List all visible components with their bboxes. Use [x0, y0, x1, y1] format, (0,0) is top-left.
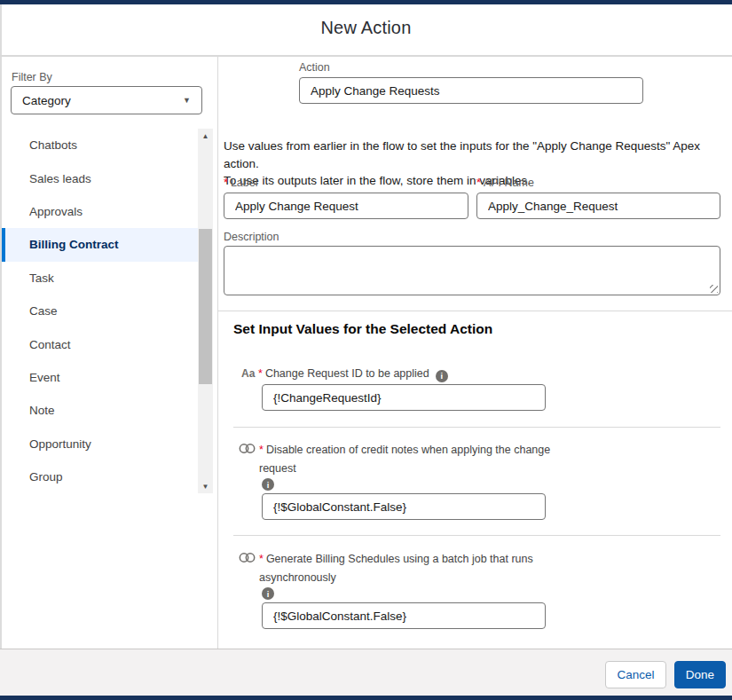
sidebar-item-contact[interactable]: Contact — [2, 327, 198, 360]
sidebar-content-divider — [217, 57, 218, 649]
param-1-input[interactable] — [262, 384, 546, 411]
required-asterisk: * — [259, 553, 264, 565]
scrollbar-thumb[interactable] — [199, 229, 212, 384]
section-title: Set Input Values for the Selected Action — [233, 321, 492, 337]
description-textarea[interactable] — [224, 246, 720, 295]
api-name-field-label: *API Name — [476, 177, 534, 189]
required-asterisk: * — [224, 177, 228, 189]
param-1-label: *Change Request ID to be appliedi — [258, 367, 595, 382]
param-divider — [233, 427, 720, 428]
category-list: Chatbots Sales leads Approvals Billing C… — [2, 129, 198, 493]
chevron-down-icon: ▼ — [183, 96, 191, 105]
sidebar-item-approvals[interactable]: Approvals — [2, 195, 198, 228]
required-asterisk: * — [476, 177, 481, 189]
intro-text: Use values from earlier in the flow to s… — [224, 138, 726, 190]
info-icon[interactable]: i — [436, 370, 448, 382]
text-type-icon: Aa — [241, 367, 255, 380]
param-divider — [233, 535, 720, 536]
label-field-label: *Label — [224, 177, 257, 189]
sidebar-item-billing-contract[interactable]: Billing Contract — [2, 228, 198, 261]
required-asterisk: * — [259, 444, 264, 456]
category-filter-value: Category — [22, 94, 71, 107]
label-input[interactable] — [224, 193, 468, 219]
action-input[interactable] — [299, 77, 643, 104]
sidebar-item-case[interactable]: Case — [2, 295, 198, 327]
filter-by-label: Filter By — [12, 71, 52, 83]
header-divider — [0, 55, 732, 57]
sidebar-item-event[interactable]: Event — [2, 361, 198, 394]
section-divider — [217, 311, 732, 311]
action-label: Action — [299, 61, 330, 74]
sidebar-scrollbar[interactable]: ▲ ▼ — [198, 129, 213, 493]
scroll-down-icon[interactable]: ▼ — [198, 479, 213, 493]
intro-line-1: Use values from earlier in the flow to s… — [224, 138, 726, 172]
intro-line-2: To use its outputs later in the flow, st… — [224, 172, 726, 190]
window-top-bar — [0, 0, 732, 4]
category-filter-select[interactable]: Category ▼ — [11, 86, 202, 114]
param-3-label: *Generate Billing Schedules using a batc… — [259, 550, 579, 588]
required-asterisk: * — [258, 367, 263, 380]
done-button[interactable]: Done — [674, 661, 726, 688]
cancel-button[interactable]: Cancel — [605, 661, 666, 688]
sidebar-item-task[interactable]: Task — [2, 262, 198, 295]
param-3-input[interactable] — [262, 602, 546, 629]
sidebar-item-sales-leads[interactable]: Sales leads — [2, 161, 198, 194]
sidebar-item-group[interactable]: Group — [2, 460, 198, 493]
boolean-type-icon — [239, 551, 256, 567]
sidebar-item-note[interactable]: Note — [2, 394, 198, 427]
info-icon[interactable]: i — [262, 478, 274, 491]
api-name-input[interactable] — [476, 193, 720, 219]
sidebar-item-opportunity[interactable]: Opportunity — [2, 428, 198, 460]
scroll-up-icon[interactable]: ▲ — [198, 129, 213, 143]
sidebar-item-chatbots[interactable]: Chatbots — [2, 129, 198, 161]
param-2-label: *Disable creation of credit notes when a… — [259, 441, 552, 479]
window-bottom-bar — [0, 696, 732, 700]
boolean-type-icon — [239, 442, 256, 458]
param-2-input[interactable] — [262, 493, 546, 520]
description-label: Description — [224, 231, 279, 243]
info-icon[interactable]: i — [262, 587, 274, 600]
modal-title: New Action — [0, 18, 732, 38]
